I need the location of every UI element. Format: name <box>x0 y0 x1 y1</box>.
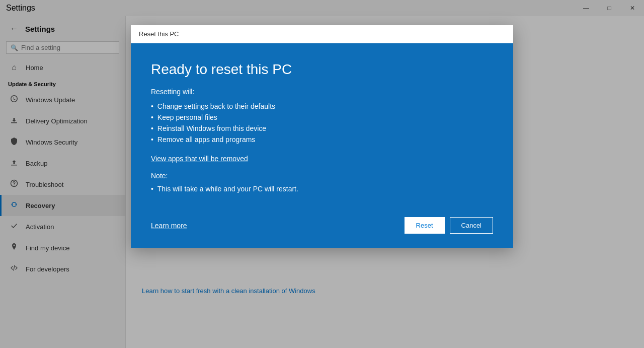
dialog-footer-right: Reset Cancel <box>405 217 493 234</box>
resetting-will-list: Change settings back to their defaults K… <box>151 101 493 145</box>
list-item: Reinstall Windows from this device <box>151 123 493 134</box>
list-item: Change settings back to their defaults <box>151 101 493 112</box>
dialog-footer-left: Learn more <box>151 221 187 230</box>
list-item: Remove all apps and programs <box>151 134 493 145</box>
dialog-footer: Learn more Reset Cancel <box>131 209 513 248</box>
dialog-heading: Ready to reset this PC <box>151 61 493 78</box>
resetting-will-label: Resetting will: <box>151 88 493 96</box>
note-label: Note: <box>151 172 493 180</box>
reset-button-container: Reset <box>405 217 445 234</box>
cancel-button[interactable]: Cancel <box>450 217 493 234</box>
reset-dialog: Reset this PC Ready to reset this PC Res… <box>131 25 513 248</box>
view-apps-link[interactable]: View apps that will be removed <box>151 155 248 163</box>
note-item: This will take a while and your PC will … <box>151 184 493 194</box>
dialog-title-bar: Reset this PC <box>131 25 513 43</box>
reset-button[interactable]: Reset <box>405 217 445 234</box>
dialog-title: Reset this PC <box>139 30 179 38</box>
learn-more-link[interactable]: Learn more <box>151 222 187 230</box>
list-item: Keep personal files <box>151 112 493 123</box>
note-list: This will take a while and your PC will … <box>151 184 493 194</box>
dialog-body: Ready to reset this PC Resetting will: C… <box>131 43 513 209</box>
